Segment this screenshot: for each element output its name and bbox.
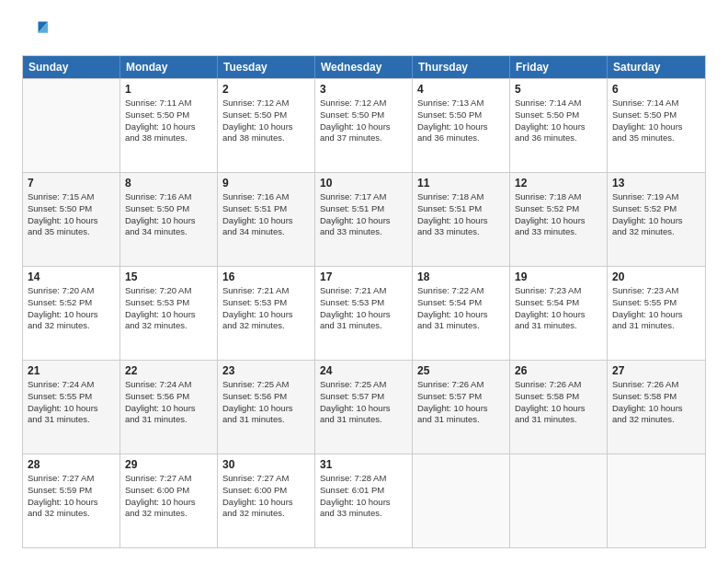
cell-info-line: Sunrise: 7:21 AM: [320, 285, 407, 297]
cell-info-line: and 31 minutes.: [28, 414, 115, 426]
cell-info-line: Sunset: 5:51 PM: [417, 203, 505, 215]
cell-info-line: and 35 minutes.: [28, 226, 115, 238]
cell-info-line: and 36 minutes.: [515, 132, 602, 144]
cal-cell-day-29: 29Sunrise: 7:27 AMSunset: 6:00 PMDayligh…: [120, 454, 218, 547]
cell-info-line: Sunrise: 7:13 AM: [417, 98, 505, 109]
cell-info-line: and 32 minutes.: [612, 414, 700, 426]
day-number: 19: [515, 270, 602, 283]
cell-info-line: Daylight: 10 hours: [28, 497, 115, 509]
cal-cell-empty: [413, 454, 510, 547]
cell-info-line: Sunset: 6:00 PM: [125, 485, 212, 497]
day-number: 13: [612, 177, 700, 190]
day-number: 20: [612, 270, 700, 283]
calendar-body: 1Sunrise: 7:11 AMSunset: 5:50 PMDaylight…: [23, 78, 705, 547]
cell-info-line: Daylight: 10 hours: [612, 403, 700, 415]
day-number: 7: [28, 177, 115, 190]
day-number: 27: [612, 364, 700, 377]
day-number: 28: [28, 458, 115, 471]
cell-info-line: and 35 minutes.: [612, 132, 700, 144]
cal-cell-day-30: 30Sunrise: 7:27 AMSunset: 6:00 PMDayligh…: [218, 454, 315, 547]
cell-info-line: Daylight: 10 hours: [125, 403, 212, 415]
day-number: 2: [222, 83, 310, 96]
cell-info-line: and 33 minutes.: [320, 508, 407, 520]
cell-info-line: Sunset: 5:50 PM: [612, 109, 700, 121]
cell-info-line: Sunrise: 7:11 AM: [125, 98, 212, 109]
page-header: [22, 18, 706, 44]
cell-info-line: Sunrise: 7:27 AM: [125, 473, 212, 485]
day-number: 25: [417, 364, 505, 377]
cell-info-line: Sunset: 5:52 PM: [28, 297, 115, 309]
cal-week-1: 1Sunrise: 7:11 AMSunset: 5:50 PMDaylight…: [23, 78, 705, 172]
cell-info-line: Sunset: 5:50 PM: [125, 109, 212, 121]
cell-info-line: and 31 minutes.: [417, 414, 505, 426]
cell-info-line: Sunset: 5:51 PM: [222, 203, 310, 215]
day-number: 3: [320, 83, 407, 96]
cell-info-line: and 38 minutes.: [222, 132, 310, 144]
calendar: SundayMondayTuesdayWednesdayThursdayFrid…: [22, 55, 706, 548]
logo-icon: [22, 18, 48, 44]
cell-info-line: Daylight: 10 hours: [222, 309, 310, 321]
cal-cell-day-16: 16Sunrise: 7:21 AMSunset: 5:53 PMDayligh…: [218, 267, 315, 360]
day-number: 17: [320, 270, 407, 283]
cell-info-line: Sunset: 5:50 PM: [125, 203, 212, 215]
cell-info-line: Sunset: 5:54 PM: [515, 297, 602, 309]
cell-info-line: Sunrise: 7:15 AM: [28, 191, 115, 203]
cell-info-line: Sunrise: 7:26 AM: [612, 379, 700, 391]
day-number: 31: [320, 458, 407, 471]
day-number: 30: [222, 458, 310, 471]
cell-info-line: Sunrise: 7:26 AM: [515, 379, 602, 391]
cal-cell-day-31: 31Sunrise: 7:28 AMSunset: 6:01 PMDayligh…: [315, 454, 413, 547]
day-number: 22: [125, 364, 212, 377]
cell-info-line: Sunrise: 7:19 AM: [612, 191, 700, 203]
cell-info-line: Sunrise: 7:17 AM: [320, 191, 407, 203]
cal-cell-empty: [23, 79, 120, 172]
cell-info-line: Sunset: 5:55 PM: [28, 391, 115, 403]
cal-week-2: 7Sunrise: 7:15 AMSunset: 5:50 PMDaylight…: [23, 172, 705, 266]
cell-info-line: Sunset: 5:52 PM: [612, 203, 700, 215]
day-number: 5: [515, 83, 602, 96]
cell-info-line: Sunset: 5:55 PM: [612, 297, 700, 309]
cal-header-tuesday: Tuesday: [218, 56, 315, 78]
day-number: 10: [320, 177, 407, 190]
cell-info-line: Sunset: 5:53 PM: [125, 297, 212, 309]
cell-info-line: and 31 minutes.: [125, 414, 212, 426]
cell-info-line: Sunset: 5:53 PM: [222, 297, 310, 309]
cell-info-line: Sunset: 5:53 PM: [320, 297, 407, 309]
calendar-header-row: SundayMondayTuesdayWednesdayThursdayFrid…: [23, 56, 705, 78]
cell-info-line: Sunset: 5:58 PM: [515, 391, 602, 403]
day-number: 11: [417, 177, 505, 190]
cell-info-line: and 32 minutes.: [222, 320, 310, 332]
cal-cell-day-25: 25Sunrise: 7:26 AMSunset: 5:57 PMDayligh…: [413, 361, 510, 454]
cell-info-line: Daylight: 10 hours: [125, 121, 212, 133]
cal-cell-day-5: 5Sunrise: 7:14 AMSunset: 5:50 PMDaylight…: [510, 79, 608, 172]
cell-info-line: Sunset: 6:00 PM: [222, 485, 310, 497]
cal-cell-day-17: 17Sunrise: 7:21 AMSunset: 5:53 PMDayligh…: [315, 267, 413, 360]
cell-info-line: Daylight: 10 hours: [417, 309, 505, 321]
cell-info-line: Sunrise: 7:23 AM: [515, 285, 602, 297]
cal-cell-day-13: 13Sunrise: 7:19 AMSunset: 5:52 PMDayligh…: [608, 173, 705, 266]
cell-info-line: and 33 minutes.: [417, 226, 505, 238]
cell-info-line: Daylight: 10 hours: [125, 215, 212, 227]
cell-info-line: Daylight: 10 hours: [320, 121, 407, 133]
cell-info-line: Sunrise: 7:27 AM: [28, 473, 115, 485]
cal-cell-day-18: 18Sunrise: 7:22 AMSunset: 5:54 PMDayligh…: [413, 267, 510, 360]
cal-cell-day-19: 19Sunrise: 7:23 AMSunset: 5:54 PMDayligh…: [510, 267, 608, 360]
day-number: 16: [222, 270, 310, 283]
cell-info-line: Daylight: 10 hours: [28, 403, 115, 415]
cal-cell-day-21: 21Sunrise: 7:24 AMSunset: 5:55 PMDayligh…: [23, 361, 120, 454]
cell-info-line: Sunset: 5:57 PM: [320, 391, 407, 403]
cal-cell-day-23: 23Sunrise: 7:25 AMSunset: 5:56 PMDayligh…: [218, 361, 315, 454]
cell-info-line: Sunset: 5:50 PM: [515, 109, 602, 121]
cal-cell-day-15: 15Sunrise: 7:20 AMSunset: 5:53 PMDayligh…: [120, 267, 218, 360]
cal-cell-day-20: 20Sunrise: 7:23 AMSunset: 5:55 PMDayligh…: [608, 267, 705, 360]
cal-cell-day-24: 24Sunrise: 7:25 AMSunset: 5:57 PMDayligh…: [315, 361, 413, 454]
cell-info-line: and 32 minutes.: [28, 320, 115, 332]
cell-info-line: Sunrise: 7:18 AM: [417, 191, 505, 203]
cell-info-line: Sunrise: 7:20 AM: [28, 285, 115, 297]
cell-info-line: Sunset: 5:57 PM: [417, 391, 505, 403]
cell-info-line: Daylight: 10 hours: [515, 403, 602, 415]
cell-info-line: and 31 minutes.: [417, 320, 505, 332]
cal-cell-day-27: 27Sunrise: 7:26 AMSunset: 5:58 PMDayligh…: [608, 361, 705, 454]
cell-info-line: Sunrise: 7:14 AM: [612, 98, 700, 109]
day-number: 1: [125, 83, 212, 96]
